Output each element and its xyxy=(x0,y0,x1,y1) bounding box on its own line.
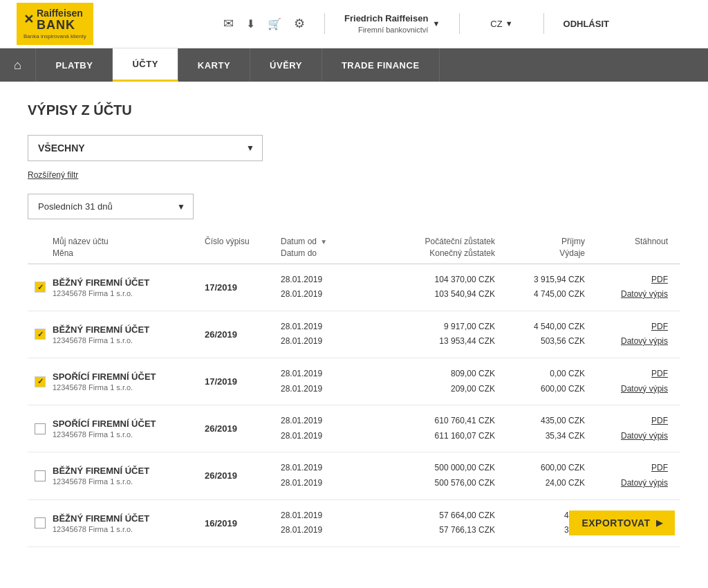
account-info-4: SPOŘÍCÍ FIREMNÍ ÚČET 12345678 Firma 1 s.… xyxy=(53,419,205,439)
nav-ucty[interactable]: ÚČTY xyxy=(113,48,178,82)
main-nav: ⌂ PLATBY ÚČTY KARTY ÚVĚRY TRADE FINANCE xyxy=(0,48,708,82)
row-checkbox-1[interactable] xyxy=(35,282,46,293)
datovy-link-1[interactable]: Datový výpis xyxy=(592,287,668,302)
dates-1: 28.01.201928.01.2019 xyxy=(281,273,378,302)
nav-uvery[interactable]: ÚVĚRY xyxy=(250,48,322,82)
logout-button[interactable]: ODHLÁSIT xyxy=(563,19,609,29)
pdf-link-5[interactable]: PDF xyxy=(592,461,668,476)
datovy-link-5[interactable]: Datový výpis xyxy=(592,476,668,491)
table-row: SPOŘÍCÍ FIREMNÍ ÚČET 12345678 Firma 1 s.… xyxy=(28,405,680,452)
table-row: BĚŽNÝ FIREMNÍ ÚČET 12345678 Firma 1 s.r.… xyxy=(28,311,680,358)
header-divider xyxy=(324,13,325,34)
gear-icon[interactable]: ⚙ xyxy=(294,16,305,31)
logo-box: ✕ RaiffeisenBANK Banka inspirovaná klien… xyxy=(17,3,93,46)
balance-6: 57 664,00 CZK57 766,13 CZK xyxy=(378,508,502,538)
pdf-link-2[interactable]: PDF xyxy=(592,320,668,335)
mail-icon[interactable]: ✉ xyxy=(223,16,234,31)
period-filter-wrapper: Posledních 31 dnů Posledních 7 dnů Posle… xyxy=(28,194,194,219)
datovy-link-2[interactable]: Datový výpis xyxy=(592,334,668,349)
dates-4: 28.01.201928.01.2019 xyxy=(281,414,378,443)
cart-icon[interactable]: 🛒 xyxy=(268,17,281,30)
download-1: PDF Datový výpis xyxy=(592,273,668,302)
user-name: Friedrich Raiffeisen xyxy=(344,12,428,25)
pdf-link-3[interactable]: PDF xyxy=(592,367,668,382)
table-row: BĚŽNÝ FIREMNÍ ÚČET 12345678 Firma 1 s.r.… xyxy=(28,264,680,311)
nav-karty[interactable]: KARTY xyxy=(178,48,250,82)
header-user: Friedrich Raiffeisen Firemní bankovnictv… xyxy=(344,12,440,36)
user-dropdown-icon[interactable]: ▼ xyxy=(432,19,440,28)
download-5: PDF Datový výpis xyxy=(592,461,668,490)
income-3: 0,00 CZK600,00 CZK xyxy=(502,367,592,396)
vypis-6: 16/2019 xyxy=(205,518,281,529)
vypis-1: 17/2019 xyxy=(205,282,281,293)
income-1: 3 915,94 CZK4 745,00 CZK xyxy=(502,273,592,302)
checkbox-cell xyxy=(28,470,53,481)
row-checkbox-5[interactable] xyxy=(35,470,46,481)
balance-5: 500 000,00 CZK500 576,00 CZK xyxy=(378,461,502,490)
dates-3: 28.01.201928.01.2019 xyxy=(281,367,378,396)
download-3: PDF Datový výpis xyxy=(592,367,668,396)
page-title: VÝPISY Z ÚČTU xyxy=(28,102,680,118)
pdf-link-4[interactable]: PDF xyxy=(592,414,668,429)
vypis-2: 26/2019 xyxy=(205,329,281,340)
checkbox-cell xyxy=(28,329,53,340)
income-2: 4 540,00 CZK503,56 CZK xyxy=(502,320,592,349)
download-2: PDF Datový výpis xyxy=(592,320,668,349)
dates-5: 28.01.201928.01.2019 xyxy=(281,461,378,490)
export-label: EXPORTOVAT xyxy=(581,517,650,529)
account-info-3: SPOŘÍCÍ FIREMNÍ ÚČET 12345678 Firma 1 s.… xyxy=(53,371,205,392)
balance-1: 104 370,00 CZK103 540,94 CZK xyxy=(378,273,502,302)
header-download: Stáhnout xyxy=(592,236,668,259)
row-checkbox-3[interactable] xyxy=(35,376,46,387)
logo-area: ✕ RaiffeisenBANK Banka inspirovaná klien… xyxy=(17,3,141,46)
account-info-6: BĚŽNÝ FIREMNÍ ÚČET 12345678 Firma 1 s.r.… xyxy=(53,513,205,533)
dates-2: 28.01.201928.01.2019 xyxy=(281,320,378,349)
table-row: BĚŽNÝ FIREMNÍ ÚČET 12345678 Firma 1 s.r.… xyxy=(28,452,680,499)
dates-6: 28.01.201928.01.2019 xyxy=(281,508,378,538)
header-vypis: Číslo výpisu xyxy=(205,236,281,259)
header-balance: Počáteční zůstatekKonečný zůstatek xyxy=(378,236,502,259)
row-checkbox-4[interactable] xyxy=(35,423,46,434)
table-row: SPOŘÍCÍ FIREMNÍ ÚČET 12345678 Firma 1 s.… xyxy=(28,358,680,405)
vypis-3: 17/2019 xyxy=(205,376,281,387)
row-checkbox-2[interactable] xyxy=(35,329,46,340)
header-dates[interactable]: Datum od ▼Datum do xyxy=(281,236,378,259)
row-checkbox-6[interactable] xyxy=(35,517,46,529)
export-button[interactable]: EXPORTOVAT ▶ xyxy=(569,511,675,535)
checkbox-cell xyxy=(28,282,53,293)
account-filter-select[interactable]: VŠECHNY Běžný firemní účet Spořící firem… xyxy=(28,135,263,161)
period-filter-select[interactable]: Posledních 31 dnů Posledních 7 dnů Posle… xyxy=(28,194,194,219)
nav-home[interactable]: ⌂ xyxy=(0,48,36,82)
logo-raiffeisen: RaiffeisenBANK xyxy=(37,8,83,33)
account-info-5: BĚŽNÝ FIREMNÍ ÚČET 12345678 Firma 1 s.r.… xyxy=(53,466,205,486)
checkbox-cell xyxy=(28,423,53,434)
logo-cross-icon: ✕ xyxy=(24,13,34,27)
main-content: VÝPISY Z ÚČTU VŠECHNY Běžný firemní účet… xyxy=(0,82,708,588)
pdf-link-1[interactable]: PDF xyxy=(592,273,668,288)
header-checkbox xyxy=(28,236,53,259)
balance-2: 9 917,00 CZK13 953,44 CZK xyxy=(378,320,502,349)
lang-dropdown-icon: ▼ xyxy=(505,19,513,28)
datovy-link-4[interactable]: Datový výpis xyxy=(592,429,668,444)
nav-platby[interactable]: PLATBY xyxy=(36,48,113,82)
user-role: Firemní bankovnictví xyxy=(344,25,428,35)
export-arrow-icon: ▶ xyxy=(656,518,663,528)
nav-trade-finance[interactable]: TRADE FINANCE xyxy=(322,48,440,82)
income-4: 435,00 CZK35,34 CZK xyxy=(502,414,592,443)
table-header: Můj název účtuMěna Číslo výpisu Datum od… xyxy=(28,236,680,264)
income-5: 600,00 CZK24,00 CZK xyxy=(502,461,592,490)
lang-selector[interactable]: CZ ▼ xyxy=(490,19,512,29)
account-info-2: BĚŽNÝ FIREMNÍ ÚČET 12345678 Firma 1 s.r.… xyxy=(53,324,205,344)
table-area: Můj název účtuMěna Číslo výpisu Datum od… xyxy=(28,236,680,547)
sort-icon: ▼ xyxy=(320,238,327,246)
header: ✕ RaiffeisenBANK Banka inspirovaná klien… xyxy=(0,0,708,48)
header-account: Můj název účtuMěna xyxy=(53,236,205,259)
advanced-filter-link[interactable]: Rozšířený filtr xyxy=(28,170,78,180)
datovy-link-3[interactable]: Datový výpis xyxy=(592,382,668,397)
download-icon[interactable]: ⬇ xyxy=(246,17,255,30)
balance-4: 610 760,41 CZK611 160,07 CZK xyxy=(378,414,502,443)
balance-3: 809,00 CZK209,00 CZK xyxy=(378,367,502,396)
lang-code: CZ xyxy=(490,19,502,29)
vypis-4: 26/2019 xyxy=(205,423,281,434)
download-4: PDF Datový výpis xyxy=(592,414,668,443)
